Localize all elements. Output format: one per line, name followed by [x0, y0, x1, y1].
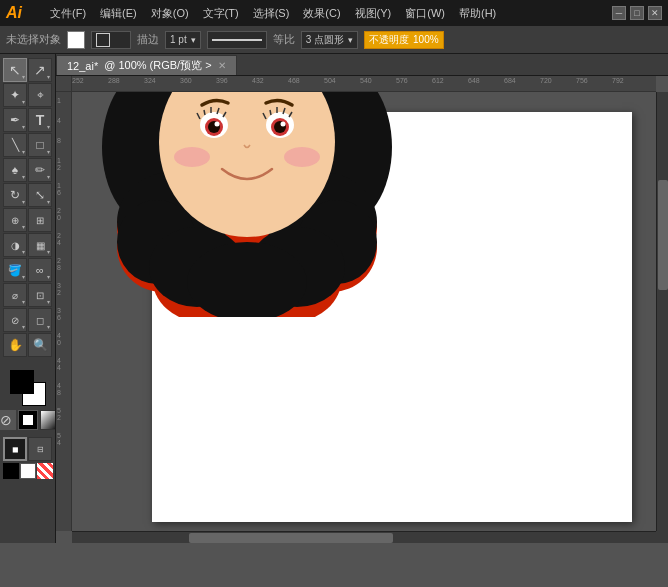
type-tool[interactable]: T▾: [28, 108, 52, 132]
svg-point-38: [174, 147, 210, 167]
fill-color-box[interactable]: [67, 31, 85, 49]
app-logo: Ai: [6, 4, 36, 22]
selection-tool[interactable]: ↖▾: [3, 58, 27, 82]
warp-tool[interactable]: ⊕▾: [3, 208, 27, 232]
color-mode-2[interactable]: [20, 463, 36, 479]
canvas-background: [72, 92, 656, 531]
menu-help[interactable]: 帮助(H): [453, 4, 502, 23]
slice-tool[interactable]: ⊘▾: [3, 308, 27, 332]
title-bar: Ai 文件(F) 编辑(E) 对象(O) 文字(T) 选择(S) 效果(C) 视…: [0, 0, 668, 26]
live-paint-tool[interactable]: ⌀▾: [3, 283, 27, 307]
screen-mode-button[interactable]: ⊟: [28, 437, 52, 461]
menu-window[interactable]: 窗口(W): [399, 4, 451, 23]
window-controls: ─ □ ✕: [612, 6, 662, 20]
view-mode-button[interactable]: ◼: [3, 437, 27, 461]
scroll-corner: [656, 531, 668, 543]
svg-point-23: [215, 122, 220, 127]
direct-selection-tool[interactable]: ↗▾: [28, 58, 52, 82]
color-mode-1[interactable]: [3, 463, 19, 479]
ruler-corner: [56, 76, 72, 92]
free-transform-tool[interactable]: ⊞: [28, 208, 52, 232]
shape-builder-tool[interactable]: ◑▾: [3, 233, 27, 257]
menu-effect[interactable]: 效果(C): [297, 4, 346, 23]
stroke-box[interactable]: [91, 31, 131, 49]
opacity-value: 100%: [413, 34, 439, 45]
vertical-scrollbar[interactable]: [656, 92, 668, 531]
menu-file[interactable]: 文件(F): [44, 4, 92, 23]
menu-object[interactable]: 对象(O): [145, 4, 195, 23]
tab-bar: 12_ai* @ 100% (RGB/预览 > ✕: [56, 54, 668, 76]
eraser-tool[interactable]: ◻▾: [28, 308, 52, 332]
opacity-box[interactable]: 不透明度 100%: [364, 31, 444, 49]
ruler-vertical: 1 4 8 12 16 20 24 28 32 36 40 44 48 52 5…: [56, 92, 72, 531]
stroke-weight-dropdown[interactable]: 1 pt: [165, 31, 201, 49]
toolbar: ↖▾ ↗▾ ✦▾ ⌖ ✒▾ T▾ ╲▾: [0, 54, 56, 543]
zoom-tool[interactable]: 🔍: [28, 333, 52, 357]
chart-tool[interactable]: ▦▾: [28, 233, 52, 257]
ruler-horizontal: 252 288 324 360 396 432 468 504 540 576 …: [72, 76, 656, 92]
artboard: [152, 112, 632, 522]
color-mode-3[interactable]: [37, 463, 53, 479]
svg-point-32: [281, 122, 286, 127]
menu-view[interactable]: 视图(Y): [349, 4, 398, 23]
blend-tool[interactable]: ∞▾: [28, 258, 52, 282]
svg-line-34: [270, 110, 271, 115]
none-swatch[interactable]: ⊘: [0, 410, 16, 430]
fg-bg-swatch[interactable]: [10, 370, 46, 406]
hscroll-thumb[interactable]: [189, 533, 393, 543]
close-button[interactable]: ✕: [648, 6, 662, 20]
ratio-label: 等比: [273, 32, 295, 47]
options-bar: 未选择对象 描边 1 pt 等比 3 点圆形 不透明度 100%: [0, 26, 668, 54]
lasso-tool[interactable]: ⌖: [28, 83, 52, 107]
svg-line-25: [204, 110, 205, 115]
pencil-tool[interactable]: ✏▾: [28, 158, 52, 182]
magic-wand-tool[interactable]: ✦▾: [3, 83, 27, 107]
rectangle-tool[interactable]: □▾: [28, 133, 52, 157]
no-selection-label: 未选择对象: [6, 32, 61, 47]
menu-bar-top: 文件(F) 编辑(E) 对象(O) 文字(T) 选择(S) 效果(C) 视图(Y…: [44, 4, 604, 23]
paintbrush-tool[interactable]: ♠▾: [3, 158, 27, 182]
character-illustration: [102, 92, 392, 317]
rotate-tool[interactable]: ↻▾: [3, 183, 27, 207]
horizontal-scrollbar[interactable]: [72, 531, 656, 543]
stroke-preview: [207, 31, 267, 49]
artboard-tool[interactable]: ⊡▾: [28, 283, 52, 307]
menu-select[interactable]: 选择(S): [247, 4, 296, 23]
eyedropper-tool[interactable]: 🪣▾: [3, 258, 27, 282]
minimize-button[interactable]: ─: [612, 6, 626, 20]
scale-tool[interactable]: ⤡▾: [28, 183, 52, 207]
stroke-label: 描边: [137, 32, 159, 47]
gradient-swatch[interactable]: [40, 410, 57, 430]
work-area: 12_ai* @ 100% (RGB/预览 > ✕ 252 288 324 36…: [56, 54, 668, 543]
foreground-color-swatch[interactable]: [10, 370, 34, 394]
tab-detail: @ 100% (RGB/预览 >: [104, 58, 211, 73]
opacity-label: 不透明度: [369, 33, 409, 47]
tab-close-button[interactable]: ✕: [218, 60, 226, 71]
vscroll-thumb[interactable]: [658, 180, 668, 290]
svg-point-39: [284, 147, 320, 167]
line-tool[interactable]: ╲▾: [3, 133, 27, 157]
pen-tool[interactable]: ✒▾: [3, 108, 27, 132]
tab-name: 12_ai*: [67, 60, 98, 72]
maximize-button[interactable]: □: [630, 6, 644, 20]
color-area: ⊘: [2, 366, 53, 434]
menu-type[interactable]: 文字(T): [197, 4, 245, 23]
menu-edit[interactable]: 编辑(E): [94, 4, 143, 23]
hand-tool[interactable]: ✋: [3, 333, 27, 357]
canvas-ruler-area: 252 288 324 360 396 432 468 504 540 576 …: [56, 76, 668, 543]
points-dropdown[interactable]: 3 点圆形: [301, 31, 358, 49]
black-swatch[interactable]: [18, 410, 38, 430]
document-tab[interactable]: 12_ai* @ 100% (RGB/预览 > ✕: [56, 55, 237, 75]
